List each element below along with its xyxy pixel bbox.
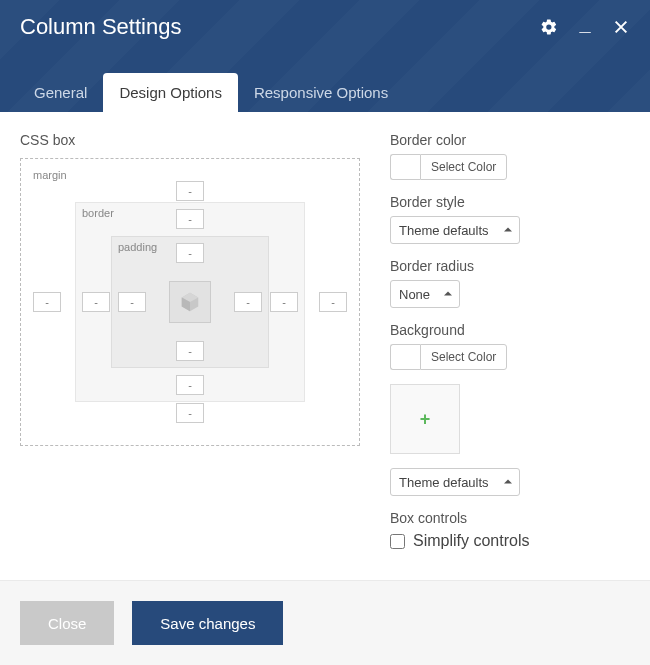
label-box-controls: Box controls	[390, 510, 630, 526]
cssbox-diagram: margin border padding	[20, 158, 360, 446]
border-top-input[interactable]	[176, 209, 204, 229]
cube-icon	[179, 291, 201, 313]
label-background: Background	[390, 322, 630, 338]
label-border-color: Border color	[390, 132, 630, 148]
background-color-swatch[interactable]	[390, 344, 420, 370]
border-right-input[interactable]	[270, 292, 298, 312]
label-border-radius: Border radius	[390, 258, 630, 274]
save-changes-button[interactable]: Save changes	[132, 601, 283, 645]
padding-layer: padding	[111, 236, 269, 368]
header-icons: _	[540, 18, 630, 36]
options-column: Border color Select Color Border style T…	[390, 132, 630, 564]
dialog-header: Column Settings _ General Design Options…	[0, 0, 650, 112]
border-bottom-input[interactable]	[176, 375, 204, 395]
margin-top-input[interactable]	[176, 181, 204, 201]
dialog-body: CSS box margin border padding	[0, 112, 650, 574]
padding-label: padding	[118, 241, 157, 253]
gear-icon[interactable]	[540, 18, 558, 36]
close-button[interactable]: Close	[20, 601, 114, 645]
field-border-radius: Border radius None	[390, 258, 630, 308]
add-background-image-button[interactable]: +	[390, 384, 460, 454]
field-box-controls: Box controls Simplify controls	[390, 510, 630, 550]
margin-layer: margin border padding	[27, 165, 353, 439]
tab-design-options[interactable]: Design Options	[103, 73, 238, 112]
background-style-select[interactable]: Theme defaults	[390, 468, 520, 496]
simplify-controls-checkbox[interactable]	[390, 534, 405, 549]
margin-left-input[interactable]	[33, 292, 61, 312]
dialog-footer: Close Save changes	[0, 580, 650, 665]
border-label: border	[82, 207, 114, 219]
plus-icon: +	[420, 409, 431, 430]
padding-bottom-input[interactable]	[176, 341, 204, 361]
dialog-title: Column Settings	[20, 14, 181, 40]
label-border-style: Border style	[390, 194, 630, 210]
select-background-color-button[interactable]: Select Color	[420, 344, 507, 370]
margin-bottom-input[interactable]	[176, 403, 204, 423]
cssbox-title: CSS box	[20, 132, 360, 148]
tab-general[interactable]: General	[18, 73, 103, 112]
padding-right-input[interactable]	[234, 292, 262, 312]
margin-label: margin	[33, 169, 67, 181]
field-background-style: Theme defaults	[390, 468, 630, 496]
border-style-select[interactable]: Theme defaults	[390, 216, 520, 244]
margin-right-input[interactable]	[319, 292, 347, 312]
tab-bar: General Design Options Responsive Option…	[0, 73, 404, 112]
border-left-input[interactable]	[82, 292, 110, 312]
border-radius-select[interactable]: None	[390, 280, 460, 308]
border-color-swatch[interactable]	[390, 154, 420, 180]
field-border-style: Border style Theme defaults	[390, 194, 630, 244]
select-border-color-button[interactable]: Select Color	[420, 154, 507, 180]
padding-top-input[interactable]	[176, 243, 204, 263]
simplify-controls-label: Simplify controls	[413, 532, 529, 550]
close-icon[interactable]	[612, 18, 630, 36]
content-box	[169, 281, 211, 323]
simplify-controls-row[interactable]: Simplify controls	[390, 532, 630, 550]
padding-left-input[interactable]	[118, 292, 146, 312]
cssbox-column: CSS box margin border padding	[20, 132, 360, 564]
minimize-icon[interactable]: _	[576, 18, 594, 36]
field-border-color: Border color Select Color	[390, 132, 630, 180]
border-layer: border padding	[75, 202, 305, 402]
tab-responsive-options[interactable]: Responsive Options	[238, 73, 404, 112]
field-background: Background Select Color	[390, 322, 630, 370]
